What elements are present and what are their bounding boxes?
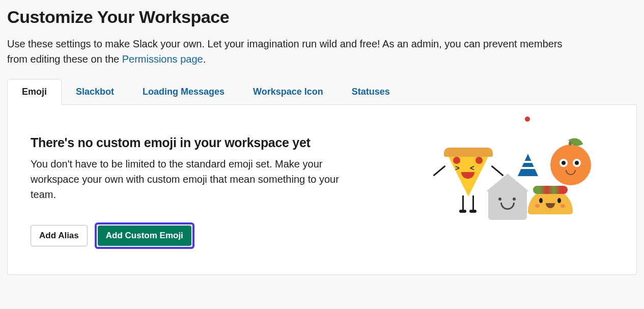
permissions-link[interactable]: Permissions page (122, 53, 203, 65)
tab-content: There's no custom emoji in your workspac… (7, 105, 637, 275)
tab-emoji[interactable]: Emoji (7, 79, 62, 105)
add-alias-button[interactable]: Add Alias (31, 225, 88, 246)
page-description-text: Use these settings to make Slack your ow… (7, 38, 563, 65)
tab-statuses[interactable]: Statuses (338, 79, 404, 104)
tabs-container: Emoji Slackbot Loading Messages Workspac… (7, 79, 637, 105)
house-emoji-icon (486, 174, 529, 220)
taco-emoji-icon (528, 189, 573, 214)
pizza-emoji-icon: > < (445, 151, 491, 196)
party-hat-ball-icon (525, 117, 530, 122)
orange-emoji-icon (550, 145, 591, 185)
page-description-suffix: . (203, 53, 206, 65)
emoji-section-heading: There's no custom emoji in your workspac… (31, 135, 361, 150)
page-description: Use these settings to make Slack your ow… (7, 36, 567, 67)
tab-loading-messages[interactable]: Loading Messages (128, 79, 239, 104)
emoji-section-description: You don't have to be limited to the stan… (31, 156, 361, 202)
party-hat-icon (518, 154, 538, 176)
add-custom-emoji-button[interactable]: Add Custom Emoji (98, 226, 191, 246)
emoji-illustration: > < (440, 141, 598, 227)
add-custom-emoji-highlight: Add Custom Emoji (95, 222, 194, 249)
tab-workspace-icon[interactable]: Workspace Icon (239, 79, 338, 104)
page-title: Customize Your Workspace (7, 7, 637, 27)
tab-slackbot[interactable]: Slackbot (62, 79, 128, 104)
